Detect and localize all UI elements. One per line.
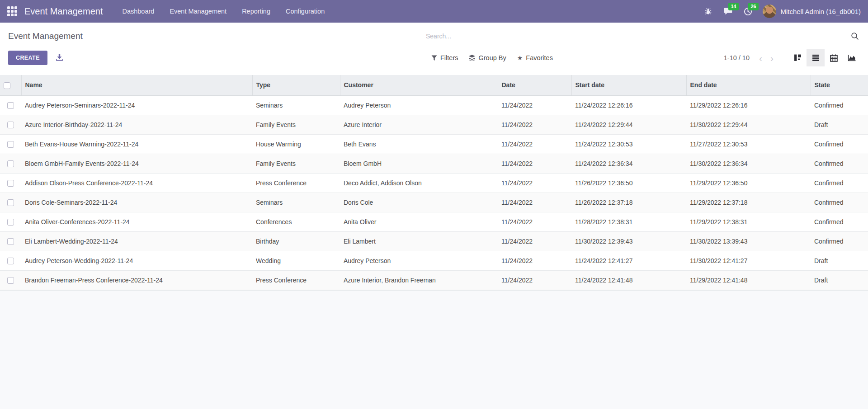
- row-checkbox[interactable]: [7, 122, 14, 128]
- cell-name[interactable]: Audrey Peterson-Seminars-2022-11-24: [21, 95, 252, 115]
- cell-type[interactable]: Press Conference: [252, 173, 340, 193]
- column-header-state[interactable]: State: [811, 75, 868, 95]
- list-view-icon[interactable]: [807, 49, 825, 66]
- cell-name[interactable]: Audrey Peterson-Wedding-2022-11-24: [21, 251, 252, 270]
- export-download-icon[interactable]: [54, 52, 65, 63]
- column-header-type[interactable]: Type: [252, 75, 340, 95]
- cell-start-date[interactable]: 11/24/2022 12:41:48: [571, 270, 686, 290]
- row-select-cell[interactable]: [0, 251, 21, 270]
- cell-state[interactable]: Confirmed: [811, 231, 868, 251]
- create-button[interactable]: CREATE: [8, 51, 47, 65]
- table-row[interactable]: Azure Interior-Birthday-2022-11-24 Famil…: [0, 115, 868, 134]
- cell-state[interactable]: Confirmed: [811, 134, 868, 154]
- cell-start-date[interactable]: 11/30/2022 12:39:43: [571, 231, 686, 251]
- cell-start-date[interactable]: 11/24/2022 12:29:44: [571, 115, 686, 134]
- menu-event-management[interactable]: Event Management: [162, 0, 234, 23]
- row-checkbox[interactable]: [7, 258, 14, 264]
- activities-clock-icon[interactable]: 26: [739, 0, 756, 23]
- cell-type[interactable]: House Warming: [252, 134, 340, 154]
- row-checkbox[interactable]: [7, 277, 14, 284]
- cell-name[interactable]: Eli Lambert-Wedding-2022-11-24: [21, 231, 252, 251]
- row-select-cell[interactable]: [0, 193, 21, 212]
- cell-state[interactable]: Draft: [811, 115, 868, 134]
- cell-start-date[interactable]: 11/24/2022 12:26:16: [571, 95, 686, 115]
- row-checkbox[interactable]: [7, 160, 14, 167]
- filters-button[interactable]: Filters: [426, 52, 463, 64]
- row-checkbox[interactable]: [7, 219, 14, 226]
- cell-type[interactable]: Wedding: [252, 251, 340, 270]
- cell-start-date[interactable]: 11/24/2022 12:36:34: [571, 154, 686, 173]
- pager-previous-icon[interactable]: ‹: [756, 52, 765, 64]
- cell-customer[interactable]: Azure Interior: [340, 115, 498, 134]
- select-all-checkbox[interactable]: [4, 82, 10, 89]
- cell-start-date[interactable]: 11/24/2022 12:30:53: [571, 134, 686, 154]
- cell-state[interactable]: Confirmed: [811, 212, 868, 231]
- row-checkbox[interactable]: [7, 102, 14, 109]
- cell-customer[interactable]: Audrey Peterson: [340, 251, 498, 270]
- cell-end-date[interactable]: 11/29/2022 12:36:50: [686, 173, 811, 193]
- cell-type[interactable]: Seminars: [252, 193, 340, 212]
- debug-bug-icon[interactable]: [699, 0, 717, 23]
- row-select-cell[interactable]: [0, 95, 21, 115]
- cell-state[interactable]: Confirmed: [811, 193, 868, 212]
- cell-name[interactable]: Brandon Freeman-Press Conference-2022-11…: [21, 270, 252, 290]
- cell-end-date[interactable]: 11/29/2022 12:41:48: [686, 270, 811, 290]
- row-select-cell[interactable]: [0, 134, 21, 154]
- cell-date[interactable]: 11/24/2022: [498, 212, 571, 231]
- table-row[interactable]: Bloem GmbH-Family Events-2022-11-24 Fami…: [0, 154, 868, 173]
- cell-end-date[interactable]: 11/30/2022 12:29:44: [686, 115, 811, 134]
- cell-customer[interactable]: Beth Evans: [340, 134, 498, 154]
- cell-date[interactable]: 11/24/2022: [498, 193, 571, 212]
- user-menu[interactable]: Mitchell Admin (16_db001): [763, 5, 861, 18]
- column-header-name[interactable]: Name: [21, 75, 252, 95]
- cell-name[interactable]: Bloem GmbH-Family Events-2022-11-24: [21, 154, 252, 173]
- cell-name[interactable]: Addison Olson-Press Conference-2022-11-2…: [21, 173, 252, 193]
- cell-customer[interactable]: Azure Interior, Brandon Freeman: [340, 270, 498, 290]
- cell-type[interactable]: Seminars: [252, 95, 340, 115]
- cell-end-date[interactable]: 11/27/2022 12:30:53: [686, 134, 811, 154]
- row-select-cell[interactable]: [0, 115, 21, 134]
- cell-type[interactable]: Family Events: [252, 154, 340, 173]
- favorites-button[interactable]: ★ Favorites: [512, 52, 558, 64]
- search-icon[interactable]: [849, 30, 861, 42]
- cell-date[interactable]: 11/24/2022: [498, 154, 571, 173]
- cell-start-date[interactable]: 11/26/2022 12:36:50: [571, 173, 686, 193]
- graph-view-icon[interactable]: [843, 49, 861, 66]
- row-checkbox[interactable]: [7, 141, 14, 148]
- cell-date[interactable]: 11/24/2022: [498, 134, 571, 154]
- cell-start-date[interactable]: 11/28/2022 12:38:31: [571, 212, 686, 231]
- cell-state[interactable]: Confirmed: [811, 173, 868, 193]
- cell-date[interactable]: 11/24/2022: [498, 95, 571, 115]
- cell-name[interactable]: Beth Evans-House Warming-2022-11-24: [21, 134, 252, 154]
- cell-state[interactable]: Confirmed: [811, 154, 868, 173]
- table-row[interactable]: Beth Evans-House Warming-2022-11-24 Hous…: [0, 134, 868, 154]
- cell-end-date[interactable]: 11/30/2022 12:36:34: [686, 154, 811, 173]
- select-all-cell[interactable]: [0, 75, 21, 95]
- cell-type[interactable]: Birthday: [252, 231, 340, 251]
- group-by-button[interactable]: Group By: [463, 52, 511, 64]
- table-row[interactable]: Eli Lambert-Wedding-2022-11-24 Birthday …: [0, 231, 868, 251]
- cell-state[interactable]: Confirmed: [811, 95, 868, 115]
- search-input[interactable]: [426, 33, 849, 40]
- row-select-cell[interactable]: [0, 173, 21, 193]
- cell-customer[interactable]: Deco Addict, Addison Olson: [340, 173, 498, 193]
- cell-end-date[interactable]: 11/29/2022 12:37:18: [686, 193, 811, 212]
- menu-configuration[interactable]: Configuration: [278, 0, 332, 23]
- row-checkbox[interactable]: [7, 238, 14, 245]
- menu-reporting[interactable]: Reporting: [234, 0, 278, 23]
- cell-name[interactable]: Doris Cole-Seminars-2022-11-24: [21, 193, 252, 212]
- kanban-view-icon[interactable]: [788, 49, 807, 66]
- cell-state[interactable]: Draft: [811, 251, 868, 270]
- cell-date[interactable]: 11/24/2022: [498, 270, 571, 290]
- cell-name[interactable]: Azure Interior-Birthday-2022-11-24: [21, 115, 252, 134]
- cell-end-date[interactable]: 11/30/2022 12:41:27: [686, 251, 811, 270]
- cell-end-date[interactable]: 11/29/2022 12:26:16: [686, 95, 811, 115]
- cell-start-date[interactable]: 11/24/2022 12:41:27: [571, 251, 686, 270]
- apps-menu-icon[interactable]: [6, 5, 18, 17]
- cell-type[interactable]: Press Conference: [252, 270, 340, 290]
- row-select-cell[interactable]: [0, 231, 21, 251]
- table-row[interactable]: Audrey Peterson-Seminars-2022-11-24 Semi…: [0, 95, 868, 115]
- menu-dashboard[interactable]: Dashboard: [114, 0, 162, 23]
- cell-date[interactable]: 11/24/2022: [498, 173, 571, 193]
- app-brand[interactable]: Event Management: [24, 6, 103, 17]
